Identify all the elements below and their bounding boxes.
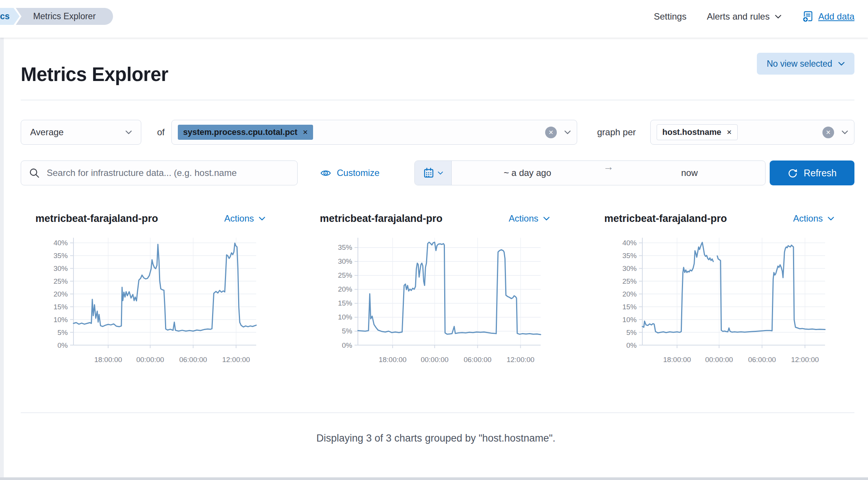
- chart-panel: metricbeat-farajaland-pro Actions 0%5%10…: [307, 210, 571, 368]
- chart-title: metricbeat-farajaland-pro: [604, 213, 727, 225]
- date-start-button[interactable]: ~ a day ago: [452, 161, 603, 185]
- metric-combobox[interactable]: system.process.cpu.total.pct ✕ ✕: [171, 120, 577, 145]
- svg-text:20%: 20%: [338, 285, 352, 293]
- svg-text:35%: 35%: [53, 252, 68, 260]
- chevron-down-icon: [838, 62, 845, 66]
- search-input[interactable]: [46, 167, 290, 179]
- svg-text:25%: 25%: [53, 277, 68, 285]
- settings-link[interactable]: Settings: [654, 11, 686, 22]
- svg-text:12:00:00: 12:00:00: [507, 356, 535, 364]
- calendar-icon: [423, 167, 434, 179]
- svg-text:5%: 5%: [58, 329, 68, 336]
- metric-line-chart: 0%5%10%15%20%25%30%35%40%18:00:0000:00:0…: [38, 232, 258, 368]
- saved-view-selector-button[interactable]: No view selected: [757, 53, 854, 75]
- svg-text:00:00:00: 00:00:00: [421, 356, 449, 364]
- svg-text:15%: 15%: [338, 299, 352, 307]
- charts-summary-text: Displaying 3 of 3 charts grouped by "hos…: [4, 433, 868, 444]
- svg-text:06:00:00: 06:00:00: [748, 356, 776, 364]
- chart-actions-menu[interactable]: Actions: [793, 213, 834, 224]
- clear-group-by-field-icon[interactable]: ✕: [822, 127, 834, 138]
- main-content: Metrics Explorer No view selected Averag…: [4, 38, 868, 477]
- svg-text:20%: 20%: [53, 290, 68, 298]
- metric-tag[interactable]: system.process.cpu.total.pct ✕: [178, 125, 313, 140]
- svg-text:30%: 30%: [338, 257, 352, 265]
- svg-text:40%: 40%: [622, 239, 637, 247]
- breadcrumb-parent-label: cs: [0, 11, 10, 21]
- remove-group-by-tag-icon[interactable]: ✕: [726, 128, 732, 136]
- metric-query-row: Average of system.process.cpu.total.pct …: [21, 120, 854, 145]
- date-range-picker: ~ a day ago → now: [414, 161, 766, 185]
- date-end-button[interactable]: now: [614, 161, 765, 185]
- alerts-and-rules-menu[interactable]: Alerts and rules: [707, 11, 781, 22]
- svg-text:10%: 10%: [622, 316, 637, 324]
- svg-text:35%: 35%: [622, 252, 637, 260]
- breadcrumb-item-current[interactable]: Metrics Explorer: [16, 8, 113, 25]
- header-nav: Settings Alerts and rules Add data: [654, 0, 854, 33]
- chart-panel: metricbeat-farajaland-pro Actions 0%5%10…: [23, 210, 286, 368]
- chevron-down-icon: [125, 130, 132, 135]
- svg-text:20%: 20%: [622, 290, 637, 298]
- page-bottom-edge: [0, 477, 868, 480]
- chevron-down-icon: [775, 15, 781, 19]
- customize-button[interactable]: Customize: [320, 161, 379, 185]
- chart-actions-menu[interactable]: Actions: [224, 213, 265, 224]
- chevron-down-icon: [828, 217, 834, 221]
- clear-metric-field-icon[interactable]: ✕: [545, 127, 557, 138]
- svg-text:18:00:00: 18:00:00: [379, 356, 406, 364]
- svg-text:0%: 0%: [627, 341, 637, 349]
- chevron-down-icon[interactable]: [564, 130, 571, 135]
- add-data-icon: [802, 11, 814, 23]
- svg-text:18:00:00: 18:00:00: [663, 356, 691, 364]
- chevron-down-icon: [543, 217, 550, 221]
- svg-text:30%: 30%: [622, 264, 637, 272]
- svg-text:25%: 25%: [622, 277, 637, 285]
- chart-actions-menu[interactable]: Actions: [509, 213, 550, 224]
- group-by-tag[interactable]: host.hostname ✕: [657, 124, 738, 140]
- svg-text:30%: 30%: [53, 264, 68, 272]
- search-toolbar-row: Customize ~ a day ago → now: [21, 161, 854, 185]
- chart-panel: metricbeat-farajaland-pro Actions 0%5%10…: [591, 210, 855, 368]
- svg-text:06:00:00: 06:00:00: [464, 356, 492, 364]
- chevron-down-icon: [259, 217, 265, 221]
- add-data-link[interactable]: Add data: [802, 11, 854, 23]
- search-field[interactable]: [21, 161, 298, 185]
- svg-text:12:00:00: 12:00:00: [791, 356, 819, 364]
- refresh-button[interactable]: Refresh: [770, 161, 854, 185]
- chart-title: metricbeat-farajaland-pro: [35, 213, 158, 225]
- search-icon: [29, 167, 40, 179]
- section-divider: [21, 413, 854, 413]
- svg-text:15%: 15%: [53, 303, 68, 311]
- svg-text:0%: 0%: [58, 341, 68, 349]
- metric-line-chart: 0%5%10%15%20%25%30%35%40%18:00:0000:00:0…: [607, 232, 827, 368]
- svg-text:10%: 10%: [338, 313, 352, 321]
- svg-text:06:00:00: 06:00:00: [179, 356, 207, 364]
- remove-metric-tag-icon[interactable]: ✕: [303, 128, 308, 136]
- svg-text:25%: 25%: [338, 271, 352, 279]
- svg-text:0%: 0%: [342, 341, 353, 349]
- svg-text:5%: 5%: [342, 327, 353, 335]
- of-label: of: [157, 120, 165, 145]
- page-left-gutter: [0, 38, 4, 480]
- svg-text:18:00:00: 18:00:00: [94, 356, 122, 364]
- chevron-down-icon[interactable]: [842, 130, 848, 135]
- chart-title: metricbeat-farajaland-pro: [320, 213, 443, 225]
- breadcrumb-current-label: Metrics Explorer: [33, 11, 96, 21]
- group-by-combobox[interactable]: host.hostname ✕ ✕: [650, 120, 854, 145]
- svg-text:00:00:00: 00:00:00: [136, 356, 164, 364]
- section-divider: [21, 100, 854, 100]
- svg-text:35%: 35%: [338, 243, 352, 251]
- charts-grid: metricbeat-farajaland-pro Actions 0%5%10…: [4, 210, 868, 410]
- page-title: Metrics Explorer: [21, 63, 168, 86]
- metric-line-chart: 0%5%10%15%20%25%30%35%18:00:0000:00:0006…: [322, 232, 542, 368]
- eye-icon: [320, 168, 331, 179]
- svg-text:00:00:00: 00:00:00: [705, 356, 733, 364]
- chevron-down-icon: [438, 171, 443, 175]
- top-header: cs Metrics Explorer Settings Alerts and …: [0, 0, 868, 38]
- svg-text:5%: 5%: [627, 329, 637, 336]
- svg-text:12:00:00: 12:00:00: [222, 356, 250, 364]
- aggregation-select[interactable]: Average: [21, 120, 141, 145]
- date-range-arrow-icon: →: [603, 161, 614, 185]
- svg-text:10%: 10%: [53, 316, 68, 324]
- date-quick-select-button[interactable]: [415, 161, 452, 185]
- graph-per-label: graph per: [597, 120, 636, 145]
